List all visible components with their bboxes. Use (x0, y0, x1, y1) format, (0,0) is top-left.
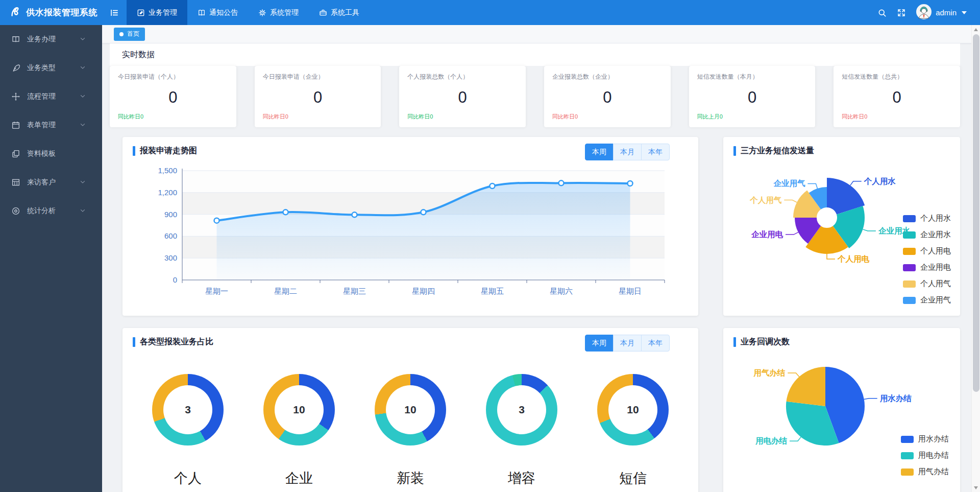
ratio-donut: 10新装 (375, 374, 446, 487)
legend-swatch (901, 436, 914, 443)
nav-item-label: 系统管理 (270, 8, 299, 17)
stat-card-footer: 同比昨日0 (118, 113, 228, 121)
user-menu[interactable]: admin (916, 4, 967, 21)
sidebar-item-label: 业务办理 (27, 35, 79, 44)
legend-label: 个人用电 (920, 246, 951, 256)
legend-item[interactable]: 企业用水 (903, 230, 951, 240)
brand[interactable]: 供水报装管理系统 (0, 5, 102, 20)
app-title: 供水报装管理系统 (26, 7, 97, 18)
quill-icon (11, 63, 20, 73)
stat-card-footer: 同比上月0 (697, 113, 807, 121)
sidebar-item-label: 来访客户 (27, 178, 79, 187)
tag-home[interactable]: 首页 (114, 28, 145, 41)
trend-tab-year[interactable]: 本年 (641, 144, 670, 160)
book-icon (198, 9, 206, 17)
svg-text:个人用水: 个人用水 (864, 177, 896, 185)
donut-label: 个人 (174, 469, 202, 487)
sms-legend: 个人用水企业用水个人用电企业用电个人用气企业用气 (903, 214, 951, 305)
tags-bar: 首页 (102, 25, 980, 43)
arrow-up-icon (974, 28, 978, 31)
stat-card: 今日报装申请（个人）0同比昨日0 (110, 66, 236, 127)
trend-panel-title: 报装申请走势图 (133, 146, 197, 156)
eye-icon (11, 206, 20, 216)
donut-label: 新装 (397, 469, 424, 487)
sidebar-item-process-management[interactable]: 流程管理 (0, 82, 102, 111)
chevron-down-icon (79, 92, 86, 100)
callback-panel-header: 业务回调次数 (723, 328, 960, 347)
stat-card-footer: 同比昨日0 (263, 113, 373, 121)
svg-text:星期二: 星期二 (274, 287, 297, 295)
legend-swatch (901, 452, 914, 459)
svg-text:星期一: 星期一 (205, 287, 228, 295)
title-accent-bar (133, 146, 135, 156)
svg-text:个人用气: 个人用气 (749, 196, 782, 204)
nav-item-notice[interactable]: 通知公告 (187, 0, 248, 25)
sms-panel-title: 三方业务短信发送量 (733, 146, 814, 156)
nav-item-label: 系统工具 (331, 8, 359, 17)
trend-tab-month[interactable]: 本月 (613, 144, 642, 160)
svg-text:用水办结: 用水办结 (879, 394, 912, 403)
sidebar-item-form-management[interactable]: 表单管理 (0, 111, 102, 139)
legend-item[interactable]: 个人用水 (903, 214, 951, 223)
title-accent-bar (133, 337, 135, 347)
trend-title-text: 报装申请走势图 (140, 146, 197, 156)
fullscreen-icon[interactable] (897, 8, 906, 17)
main-area: 首页 实时数据 今日报装申请（个人）0同比昨日0今日报装申请（企业）0同比昨日0… (102, 25, 980, 492)
stat-card: 短信发送数量（总共）0同比昨日0 (834, 66, 960, 127)
ratio-tab-month[interactable]: 本月 (613, 335, 642, 352)
legend-label: 用气办结 (918, 467, 949, 477)
legend-label: 企业用电 (920, 263, 951, 272)
nav-item-label: 业务管理 (149, 8, 177, 17)
legend-item[interactable]: 用电办结 (901, 451, 949, 460)
nav-item-business[interactable]: 业务管理 (127, 0, 187, 25)
avatar-icon (916, 4, 932, 19)
legend-item[interactable]: 企业用电 (903, 263, 951, 272)
ratio-donut: 10短信 (597, 374, 669, 487)
caret-down-icon (962, 11, 967, 14)
callback-title-text: 业务回调次数 (741, 337, 790, 347)
legend-item[interactable]: 用气办结 (901, 467, 949, 477)
chevron-down-icon (79, 178, 86, 185)
legend-item[interactable]: 用水办结 (901, 434, 949, 444)
ratio-donuts-row: 3个人10企业10新装3增容10短信 (122, 374, 698, 487)
sidebar-item-visiting-customers[interactable]: 来访客户 (0, 168, 102, 197)
scrollbar-thumb[interactable] (973, 34, 979, 392)
legend-item[interactable]: 个人用气 (903, 279, 951, 289)
sidebar-item-business-handling[interactable]: 业务办理 (0, 25, 102, 54)
ratio-period-tabs: 本周本月本年 (585, 335, 670, 352)
legend-item[interactable]: 个人用电 (903, 246, 951, 256)
scrollbar-down-button[interactable] (972, 483, 980, 492)
trend-panel: 报装申请走势图 本周本月本年 03006009001,2001,500星期一星期… (122, 137, 698, 316)
edit-icon (137, 9, 145, 17)
nav-item-tools[interactable]: 系统工具 (309, 0, 370, 25)
svg-text:600: 600 (164, 231, 177, 240)
main-scrollbar (971, 25, 980, 492)
stat-cards-row: 今日报装申请（个人）0同比昨日0今日报装申请（企业）0同比昨日0个人报装总数（个… (102, 66, 980, 127)
legend-label: 企业用水 (920, 230, 951, 240)
nav-item-system[interactable]: 系统管理 (248, 0, 309, 25)
trend-tab-week[interactable]: 本周 (585, 144, 614, 160)
chevron-down-icon (79, 35, 86, 42)
legend-item[interactable]: 企业用气 (903, 295, 951, 305)
stat-card-footer: 同比昨日0 (552, 113, 663, 121)
copy-icon (11, 149, 20, 158)
tag-home-label: 首页 (127, 30, 139, 38)
svg-text:用气办结: 用气办结 (753, 368, 786, 377)
ratio-tab-year[interactable]: 本年 (641, 335, 670, 352)
legend-label: 个人用水 (920, 214, 951, 223)
stat-card-label: 短信发送数量（本月） (697, 73, 807, 81)
stat-card-label: 今日报装申请（企业） (263, 73, 373, 81)
svg-text:企业用电: 企业用电 (751, 230, 783, 239)
ratio-tab-week[interactable]: 本周 (585, 335, 614, 352)
callback-panel-title: 业务回调次数 (733, 337, 790, 347)
sidebar-item-material-template[interactable]: 资料模板 (0, 139, 102, 168)
stat-card: 短信发送数量（本月）0同比上月0 (689, 66, 816, 127)
sidebar-item-business-type[interactable]: 业务类型 (0, 54, 102, 82)
search-icon[interactable] (877, 8, 887, 17)
book-open-icon (11, 35, 20, 44)
sidebar-item-statistics-analysis[interactable]: 统计分析 (0, 197, 102, 225)
scrollbar-up-button[interactable] (972, 25, 980, 34)
donut-ring: 10 (263, 374, 335, 446)
title-accent-bar (733, 337, 736, 347)
sidebar-toggle-button[interactable] (102, 0, 127, 25)
